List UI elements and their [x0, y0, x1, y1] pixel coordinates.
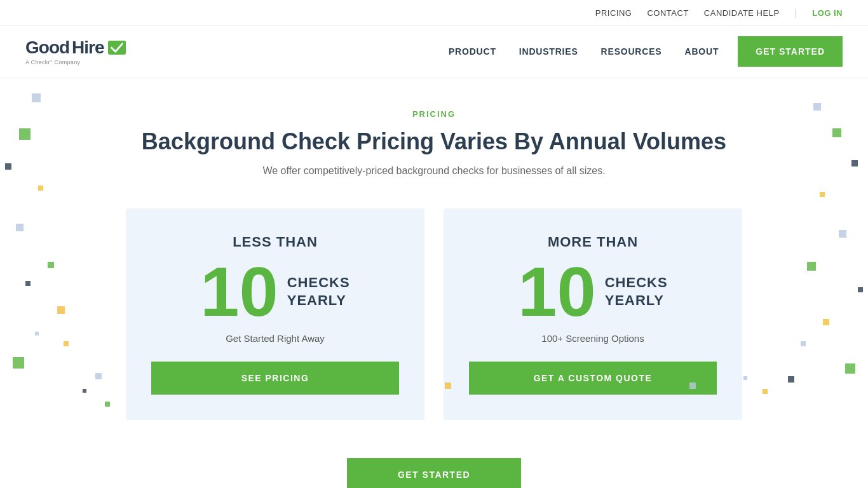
pricing-card-more: MORE THAN 10 CHECKS YEARLY 100+ Screenin… [444, 208, 742, 420]
candidate-help-top-link[interactable]: CANDIDATE HELP [704, 8, 780, 18]
pricing-cards: LESS THAN 10 CHECKS YEARLY Get Started R… [0, 208, 868, 420]
card-less-subtitle: LESS THAN [151, 234, 399, 250]
contact-top-link[interactable]: CONTACT [647, 8, 688, 18]
card-more-checks: CHECKS YEARLY [605, 274, 668, 310]
card-less-description: Get Started Right Away [151, 333, 399, 344]
get-started-bottom-button[interactable]: GET STARTED [347, 458, 521, 488]
card-more-number: 10 [518, 257, 595, 327]
top-nav: PRICING CONTACT CANDIDATE HELP | LOG IN [0, 0, 868, 26]
card-more-number-row: 10 CHECKS YEARLY [469, 257, 717, 327]
card-more-description: 100+ Screening Options [469, 333, 717, 344]
resources-nav-link[interactable]: RESOURCES [601, 46, 662, 57]
about-nav-link[interactable]: ABOUT [684, 46, 719, 57]
card-less-number: 10 [200, 257, 278, 327]
logo-good-text: Good [25, 37, 69, 58]
see-pricing-button[interactable]: SEE PRICING [151, 362, 399, 395]
custom-quote-button[interactable]: GET A CUSTOM QUOTE [469, 362, 717, 395]
logo-hire-text: Hire [72, 37, 104, 58]
pricing-top-link[interactable]: PRICING [595, 8, 632, 18]
product-nav-link[interactable]: PRODUCT [449, 46, 496, 57]
bottom-cta: GET STARTED [0, 445, 868, 488]
login-link[interactable]: LOG IN [812, 8, 843, 18]
nav-divider: | [795, 8, 797, 18]
card-less-number-row: 10 CHECKS YEARLY [151, 257, 399, 327]
get-started-header-button[interactable]: GET STARTED [738, 36, 843, 67]
pricing-card-less: LESS THAN 10 CHECKS YEARLY Get Started R… [126, 208, 424, 420]
logo-checkmark-icon [108, 41, 126, 55]
logo[interactable]: GoodHire A Checkr° Company [25, 37, 126, 65]
main-nav: GoodHire A Checkr° Company PRODUCT INDUS… [0, 26, 868, 78]
main-nav-links: PRODUCT INDUSTRIES RESOURCES ABOUT [449, 46, 719, 57]
industries-nav-link[interactable]: INDUSTRIES [519, 46, 578, 57]
hero-label: PRICING [25, 109, 843, 119]
card-less-checks: CHECKS YEARLY [287, 274, 350, 310]
hero-section: PRICING Background Check Pricing Varies … [0, 78, 868, 208]
card-more-subtitle: MORE THAN [469, 234, 717, 250]
main-content: PRICING Background Check Pricing Varies … [0, 78, 868, 488]
hero-title: Background Check Pricing Varies By Annua… [25, 128, 843, 155]
hero-subtitle: We offer competitively-priced background… [25, 165, 843, 177]
logo-subtitle: A Checkr° Company [25, 59, 126, 65]
